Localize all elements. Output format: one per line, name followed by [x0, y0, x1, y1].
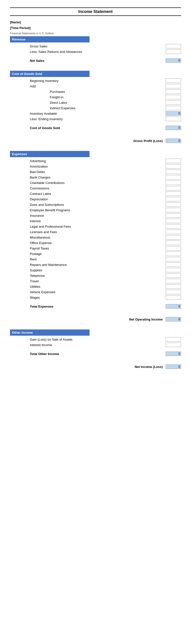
period-field: [Time Period]	[10, 26, 181, 30]
payroll-taxes-label: Payroll Taxes	[10, 246, 166, 250]
sales-returns-label: Less: Sales Returns and Allowances	[10, 50, 166, 54]
wages-input[interactable]	[166, 295, 181, 300]
freight-in-label: Freight-in	[10, 95, 166, 99]
gain-loss-assets-input[interactable]	[166, 337, 181, 342]
indirect-expenses-input2[interactable]	[166, 106, 181, 110]
net-income-label: Net Income (Loss)	[10, 365, 166, 369]
gain-loss-assets-label: Gain (Loss) on Sale of Assets	[10, 338, 166, 341]
travel-input[interactable]	[166, 279, 181, 283]
rent-label: Rent	[10, 258, 166, 261]
net-operating-value: 0	[166, 317, 181, 322]
expenses-header: Expenses	[10, 151, 90, 157]
revenue-header: Revenue	[10, 36, 90, 42]
commissions-input[interactable]	[166, 186, 181, 190]
interest-income-label: Interest Income	[10, 343, 166, 347]
gross-profit-row: Gross Profit (Loss) 0	[10, 138, 181, 144]
interest-input[interactable]	[166, 219, 181, 223]
indirect-expenses-label: Indirect Expenses	[10, 106, 166, 110]
repairs-maintenance-input[interactable]	[166, 262, 181, 267]
net-operating-label: Net Operating Income	[10, 318, 166, 321]
less-ending-input[interactable]	[166, 117, 181, 121]
sales-returns-input[interactable]	[166, 50, 181, 54]
purchases-label: Purchases	[10, 90, 166, 94]
other-income-section: Other Income Gain (Loss) on Sale of Asse…	[10, 330, 181, 356]
depreciation-input[interactable]	[166, 197, 181, 201]
direct-labor-input[interactable]	[166, 95, 181, 99]
less-ending-label: Less: Ending Inventory	[10, 117, 166, 121]
direct-labor-label: Direct Labor	[10, 101, 166, 104]
net-income-row: Net Income (Loss) 0	[10, 364, 181, 370]
net-operating-row: Net Operating Income 0	[10, 316, 181, 322]
miscellaneous-input[interactable]	[166, 235, 181, 240]
beginning-inventory-input[interactable]	[166, 78, 181, 83]
repairs-maintenance-label: Repairs and Maintenance	[10, 263, 166, 267]
postage-input[interactable]	[166, 252, 181, 256]
travel-label: Travel	[10, 279, 166, 283]
supplies-input[interactable]	[166, 268, 181, 272]
insurance-input[interactable]	[166, 213, 181, 218]
utilities-label: Utilities	[10, 285, 166, 288]
cogs-section: Cost of Goods Sold Beginning Inventory A…	[10, 71, 181, 130]
gross-profit-value: 0	[166, 138, 181, 143]
amortization-input[interactable]	[166, 164, 181, 168]
rent-input[interactable]	[166, 257, 181, 262]
employee-benefit-label: Employee Benefit Programs	[10, 208, 166, 212]
bad-debts-input[interactable]	[166, 170, 181, 174]
freight-in-input[interactable]	[166, 90, 181, 94]
insurance-label: Insurance	[10, 214, 166, 218]
legal-professional-input[interactable]	[166, 224, 181, 229]
net-sales-label: Net Sales	[10, 59, 166, 62]
telephone-input[interactable]	[166, 273, 181, 278]
gross-sales-label: Gross Sales	[10, 44, 166, 48]
other-income-header: Other Income	[10, 330, 90, 336]
bad-debts-label: Bad Debts	[10, 170, 166, 174]
name-field: [Name]	[10, 20, 181, 24]
miscellaneous-label: Miscellaneous	[10, 236, 166, 239]
revenue-section: Revenue Gross Sales Less: Sales Returns …	[10, 36, 181, 63]
inventory-available-label: Inventory Available	[10, 112, 166, 116]
beginning-inventory-label: Beginning Inventory	[10, 79, 166, 83]
wages-label: Wages	[10, 296, 166, 300]
licenses-fees-label: Licenses and Fees	[10, 230, 166, 234]
add-label: Add:	[10, 84, 166, 88]
inventory-available-value: 0	[166, 111, 181, 116]
postage-label: Postage	[10, 252, 166, 256]
total-expenses-value: 0	[166, 304, 181, 308]
advertising-input[interactable]	[166, 159, 181, 163]
amortization-label: Amortization	[10, 164, 166, 168]
legal-professional-label: Legal and Professional Fees	[10, 225, 166, 228]
indirect-expenses-input[interactable]	[166, 100, 181, 105]
net-sales-value: 0	[166, 58, 181, 63]
currency-note: Financial Statements in U.S. Dollars	[10, 32, 181, 35]
depreciation-label: Depreciation	[10, 197, 166, 201]
advertising-label: Advertising	[10, 159, 166, 163]
dues-subscriptions-input[interactable]	[166, 202, 181, 207]
expenses-section: Expenses Advertising Amortization Bad De…	[10, 151, 181, 309]
total-other-income-value: 0	[166, 352, 181, 356]
purchases-input[interactable]	[166, 84, 181, 88]
cogs-total-label: Cost of Goods Sold	[10, 126, 166, 130]
gross-profit-label: Gross Profit (Loss)	[10, 139, 166, 143]
charitable-contributions-input[interactable]	[166, 180, 181, 185]
total-expenses-label: Total Expenses	[10, 304, 166, 308]
contract-labor-input[interactable]	[166, 192, 181, 196]
charitable-contributions-label: Charitable Contributions	[10, 181, 166, 185]
page-title: Income Statement	[10, 8, 181, 16]
payroll-taxes-input[interactable]	[166, 246, 181, 250]
bank-charges-label: Bank Charges	[10, 176, 166, 179]
licenses-fees-input[interactable]	[166, 230, 181, 234]
net-income-value: 0	[166, 364, 181, 369]
office-expense-input[interactable]	[166, 240, 181, 245]
vehicle-expenses-input[interactable]	[166, 290, 181, 294]
bank-charges-input[interactable]	[166, 175, 181, 180]
contract-labor-label: Contract Labor	[10, 192, 166, 196]
employee-benefit-input[interactable]	[166, 208, 181, 212]
interest-income-input[interactable]	[166, 342, 181, 347]
commissions-label: Commissions	[10, 186, 166, 190]
total-other-income-label: Total Other Income	[10, 352, 166, 356]
gross-sales-input[interactable]	[166, 44, 181, 48]
interest-label: Interest	[10, 219, 166, 223]
utilities-input[interactable]	[166, 284, 181, 289]
vehicle-expenses-label: Vehicle Expenses	[10, 290, 166, 294]
cogs-total-value: 0	[166, 126, 181, 130]
